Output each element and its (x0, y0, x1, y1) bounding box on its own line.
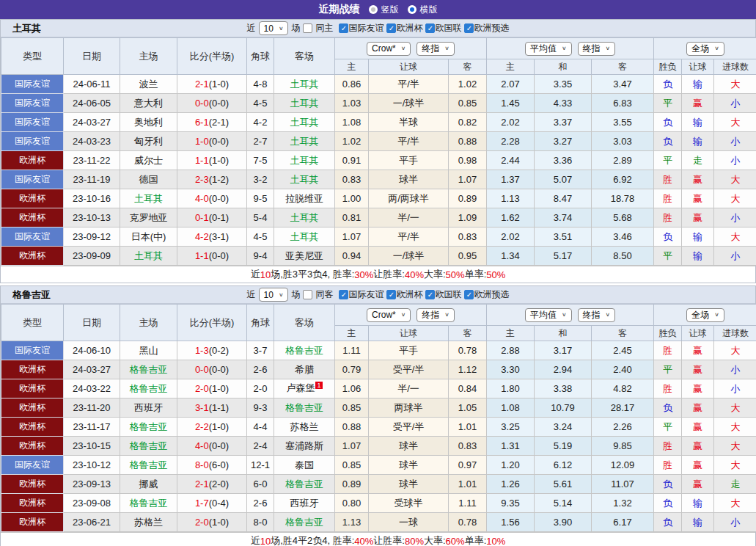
final-odds-select[interactable]: 终指∨ (416, 308, 455, 322)
score: 1-1(0-0) (177, 247, 247, 266)
crow-handicap: 受平/半 (369, 418, 449, 437)
home-team: 土耳其 (120, 189, 177, 208)
corner-score: 3-7 (247, 341, 274, 360)
bookmaker-select[interactable]: Crow*∨ (367, 42, 411, 56)
match-date: 23-11-20 (64, 398, 120, 418)
avg-away-odds: 3.55 (592, 113, 654, 132)
subcol-crow-handicap: 让球 (369, 326, 449, 341)
final-odds-select[interactable]: 终指∨ (578, 308, 616, 322)
match-date: 23-09-12 (64, 228, 120, 247)
subcol-handicap-result: 让球 (682, 326, 714, 341)
league-checkbox[interactable]: ✓ (425, 23, 435, 33)
recent-count-select[interactable]: 10 ∨ (259, 21, 289, 35)
result-wdl: 胜 (654, 379, 682, 398)
fullmatch-select[interactable]: 全场∨ (686, 308, 724, 322)
table-row: 国际友谊 24-03-27 奥地利 6-1(2-1) 4-2 土耳其 1.08 … (1, 113, 756, 132)
avg-home-odds: 2.07 (487, 75, 535, 94)
crow-handicap: 两球半 (369, 398, 449, 418)
column-header-away: 客场 (274, 38, 335, 75)
subcol-avg-away: 客 (592, 326, 654, 341)
result-goals: 小 (714, 513, 756, 532)
table-row: 欧洲杯 23-10-15 格鲁吉亚 4-0(0-0) 2-4 塞浦路斯 1.07… (1, 437, 756, 456)
bookmaker-select[interactable]: Crow*∨ (367, 308, 411, 322)
league-checkbox[interactable]: ✓ (425, 290, 435, 299)
crow-away-odds: 0.82 (449, 113, 487, 132)
same-away-checkbox[interactable]: ✓ (303, 290, 312, 299)
league-label: 欧国联 (435, 288, 461, 301)
crow-away-odds: 1.02 (449, 75, 487, 94)
score: 2-3(1-2) (177, 170, 247, 189)
crow-home-odds: 0.94 (335, 247, 369, 266)
crow-away-odds: 1.01 (449, 475, 487, 494)
crow-home-odds: 1.07 (335, 437, 369, 456)
score: 1-3(0-2) (177, 341, 247, 360)
match-date: 23-11-17 (64, 418, 120, 437)
avg-home-odds: 9.35 (487, 494, 535, 513)
match-type-badge: 欧洲杯 (1, 437, 64, 456)
result-goals: 小 (714, 151, 756, 170)
table-row: 欧洲杯 24-03-27 格鲁吉亚 0-0(0-0) 2-6 希腊 0.79 受… (1, 360, 756, 379)
home-team: 威尔士 (120, 151, 177, 170)
avg-draw-odds: 5.17 (535, 247, 592, 266)
column-header-away: 客场 (274, 305, 335, 341)
chevron-down-icon: ∨ (714, 312, 719, 318)
league-checkbox[interactable]: ✓ (339, 23, 348, 33)
league-checkbox[interactable]: ✓ (386, 23, 396, 33)
results-table: 类型 日期 主场 比分(半场) 角球 客场 Crow*∨ 终指∨ 平均值 (1, 37, 756, 266)
score: 0-0(0-0) (177, 94, 247, 113)
away-team: 格鲁吉亚 (274, 475, 335, 494)
league-filter-item: ✓ 欧洲杯 (386, 22, 422, 34)
layout-option-horizontal[interactable]: 横版 (408, 4, 438, 16)
league-checkbox[interactable]: ✓ (339, 290, 348, 299)
result-goals: 大 (714, 494, 756, 513)
subcol-wdl: 胜负 (654, 59, 682, 75)
team-section-georgia: 格鲁吉亚 近 10 ∨ 场 ✓ 同客 ✓ 国际友谊 ✓ (0, 285, 756, 546)
final-odds-select[interactable]: 终指∨ (416, 42, 455, 56)
avg-draw-odds: 3.90 (535, 513, 592, 532)
result-handicap: 赢 (682, 189, 714, 208)
subcol-crow-home: 主 (335, 326, 369, 341)
league-checkbox[interactable]: ✓ (464, 290, 474, 299)
league-label: 欧洲预选 (474, 288, 509, 301)
corner-score: 2-0 (247, 379, 274, 398)
final-odds-select[interactable]: 终指∨ (578, 42, 616, 56)
chevron-down-icon: ∨ (279, 292, 284, 298)
chevron-down-icon: ∨ (444, 312, 449, 318)
avg-home-odds: 1.62 (487, 208, 535, 228)
crow-away-odds: 0.85 (449, 94, 487, 113)
column-header-home: 主场 (120, 38, 177, 75)
subcol-crow-home: 主 (335, 59, 369, 75)
crow-handicap: 半/一 (369, 379, 449, 398)
avg-home-odds: 1.80 (487, 379, 535, 398)
radio-icon[interactable] (369, 5, 378, 14)
crow-away-odds: 0.97 (449, 456, 487, 475)
same-home-checkbox[interactable]: ✓ (303, 23, 312, 33)
match-date: 24-03-27 (64, 360, 120, 379)
avg-away-odds: 18.78 (592, 189, 654, 208)
avg-away-odds: 12.09 (592, 456, 654, 475)
recent-count-select[interactable]: 10 ∨ (259, 288, 289, 302)
avg-away-odds: 6.17 (592, 513, 654, 532)
table-row: 国际友谊 24-06-10 黑山 1-3(0-2) 3-7 格鲁吉亚 1.11 … (1, 341, 756, 360)
column-header-corner: 角球 (247, 305, 274, 341)
average-select[interactable]: 平均值∨ (525, 308, 572, 322)
column-header-type: 类型 (1, 305, 64, 341)
avg-away-odds: 6.92 (592, 170, 654, 189)
average-select[interactable]: 平均值∨ (525, 42, 572, 56)
fullmatch-select[interactable]: 全场∨ (686, 42, 724, 56)
corner-score: 2-7 (247, 132, 274, 151)
layout-option-vertical[interactable]: 竖版 (369, 4, 399, 16)
league-checkbox[interactable]: ✓ (464, 23, 474, 33)
avg-draw-odds: 5.14 (535, 494, 592, 513)
avg-home-odds: 2.44 (487, 151, 535, 170)
result-handicap: 赢 (682, 208, 714, 228)
league-checkbox[interactable]: ✓ (386, 290, 396, 299)
crow-away-odds: 0.89 (449, 189, 487, 208)
crow-home-odds: 1.08 (335, 113, 369, 132)
radio-icon[interactable] (408, 5, 416, 14)
match-date: 24-06-11 (64, 75, 120, 94)
crow-home-odds: 1.07 (335, 228, 369, 247)
match-type-badge: 国际友谊 (1, 94, 64, 113)
table-row: 欧洲杯 23-10-13 克罗地亚 0-1(0-1) 5-4 土耳其 0.81 … (1, 208, 756, 228)
table-row: 欧洲杯 23-11-20 西班牙 3-1(1-1) 9-3 格鲁吉亚 0.85 … (1, 398, 756, 418)
